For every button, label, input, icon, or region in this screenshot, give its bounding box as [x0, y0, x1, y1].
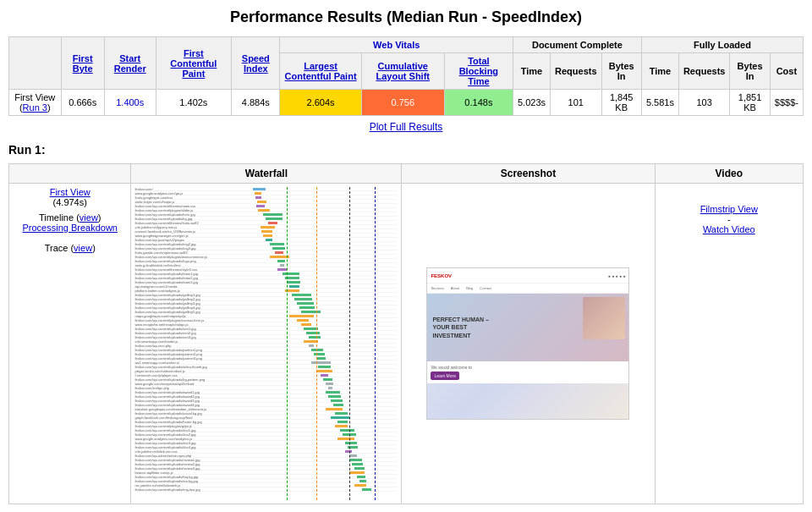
filmstrip-view-link[interactable]: Filmstrip View [700, 204, 758, 214]
waterfall-bar [309, 344, 314, 347]
mock-hero-text: PERFECT HUMAN –YOUR BESTINVESTMENT [432, 316, 489, 339]
dc-bytes-label: Bytes In [609, 61, 634, 81]
waterfall-bar [349, 471, 364, 474]
waterfall-bar [348, 446, 359, 449]
video-separator: - [727, 214, 731, 224]
fcp-header: First Contentful Paint [156, 37, 232, 90]
waterfall-bar [304, 340, 318, 343]
dc-time-value: 5.023s [513, 90, 550, 116]
fl-bytes-value: 1,851 KB [730, 90, 770, 116]
waterfall-bar [275, 251, 283, 254]
run-link[interactable]: Run 3 [23, 102, 47, 113]
waterfall-bar [326, 391, 340, 394]
waterfall-bar [331, 416, 350, 419]
watch-video-link[interactable]: Watch Video [703, 224, 755, 234]
plot-full-results-link[interactable]: Plot Full Results [370, 121, 443, 133]
waterfall-bar [277, 268, 287, 271]
video-cell: Filmstrip View - Watch Video [655, 184, 803, 504]
waterfall-bar [292, 294, 311, 296]
waterfall-bar [301, 311, 321, 313]
run-section: Run 1: Waterfall Screenshot Video First … [8, 143, 804, 504]
speed-index-value: 4.884s [232, 90, 280, 116]
first-view-label-cell: First View (4.974s) Timeline (view) Proc… [9, 184, 131, 504]
waterfall-bar [354, 467, 364, 470]
waterfall-bar [328, 395, 342, 398]
fl-time-label: Time [650, 66, 671, 76]
doc-complete-group-header: Document Complete [513, 37, 641, 53]
video-container: Filmstrip View - Watch Video [659, 187, 799, 234]
waterfall-bar [299, 306, 315, 309]
dc-requests-value: 101 [551, 90, 602, 116]
waterfall-bar [349, 454, 357, 457]
first-view-title[interactable]: First View [50, 187, 91, 197]
dc-bytes-value: 1,845 KB [601, 90, 641, 116]
web-vitals-group-header: Web Vitals [280, 37, 513, 53]
waterfall-bar [357, 476, 365, 478]
tbt-value: 0.148s [444, 90, 513, 116]
lcp-label[interactable]: Largest Contentful Paint [285, 61, 357, 81]
waterfall-bar [311, 361, 331, 364]
waterfall-bar [263, 213, 283, 216]
waterfall-bar [335, 425, 347, 427]
waterfall-bar [266, 239, 273, 241]
video-header: Video [655, 164, 803, 184]
waterfall-bar [261, 226, 275, 228]
start-render-label[interactable]: Start Render [114, 53, 146, 74]
cls-value: 0.756 [361, 90, 444, 116]
first-byte-value: 0.666s [61, 90, 104, 116]
start-render-header: Start Render [104, 37, 156, 90]
fl-cost-value: $$$$- [770, 90, 803, 116]
waterfall-cell: feskov.com/www.google-analytics.com/ga.j… [131, 184, 402, 504]
waterfall-bar [257, 201, 266, 203]
waterfall-row: feskov.com/wp-content/uploads/img-last.j… [134, 487, 398, 492]
cls-label[interactable]: Cumulative Layout Shift [376, 61, 430, 81]
tbt-label[interactable]: Total Blocking Time [459, 56, 498, 86]
trace-view-link[interactable]: view [74, 243, 92, 253]
first-view-info: First View (4.974s) [13, 187, 127, 207]
first-byte-label[interactable]: First Byte [73, 53, 93, 74]
fl-requests-label: Requests [683, 66, 726, 76]
waterfall-bar [345, 442, 357, 444]
fully-loaded-group-header: Fully Loaded [641, 37, 803, 53]
mock-content: We would welcome to Learn More [427, 361, 628, 383]
waterfall-bar [362, 488, 371, 491]
fl-time-value: 5.581s [641, 90, 678, 116]
fcp-label[interactable]: First Contentful Paint [170, 48, 217, 79]
waterfall-bar [311, 349, 323, 351]
waterfall-bar [280, 264, 285, 267]
waterfall-bar [287, 281, 300, 284]
waterfall-bar [326, 408, 343, 410]
dc-time-label: Time [521, 66, 542, 76]
mock-hero: PERFECT HUMAN –YOUR BESTINVESTMENT [427, 294, 628, 361]
run-table-empty-header [9, 164, 131, 184]
plot-link-container: Plot Full Results [8, 121, 804, 133]
waterfall-canvas[interactable]: feskov.com/www.google-analytics.com/ga.j… [134, 187, 398, 500]
timeline-label: Timeline [39, 212, 74, 223]
waterfall-bar [297, 319, 309, 322]
screenshot-image[interactable]: FESKOV ● ● ● ● ● Services About Blog Con… [426, 267, 629, 420]
processing-breakdown-link[interactable]: Processing Breakdown [22, 223, 118, 233]
waterfall-bar [266, 217, 283, 220]
waterfall-bar [343, 433, 356, 436]
run-label: Run 1: [8, 143, 804, 157]
waterfall-bar [285, 289, 299, 292]
page-container: Performance Results (Median Run - SpeedI… [0, 0, 812, 512]
waterfall-bar [321, 374, 328, 377]
tbt-header: Total Blocking Time [444, 53, 513, 90]
cls-header: Cumulative Layout Shift [361, 53, 444, 90]
speed-index-label[interactable]: Speed Index [242, 53, 270, 74]
fl-time-header: Time [641, 53, 678, 90]
waterfall-bar [333, 404, 344, 406]
lcp-header: Largest Contentful Paint [280, 53, 361, 90]
timeline-view-link[interactable]: view [80, 212, 98, 223]
waterfall-bar [255, 196, 261, 199]
waterfall-bar [331, 399, 343, 402]
waterfall-bar [272, 247, 284, 250]
waterfall-bar [270, 256, 289, 258]
dc-bytes-header: Bytes In [601, 53, 641, 90]
page-title: Performance Results (Median Run - SpeedI… [8, 8, 804, 26]
web-vitals-label: Web Vitals [373, 40, 420, 50]
waterfall-bar [352, 463, 363, 465]
row-label: First View (Run 3) [9, 90, 62, 116]
fl-requests-header: Requests [678, 53, 730, 90]
